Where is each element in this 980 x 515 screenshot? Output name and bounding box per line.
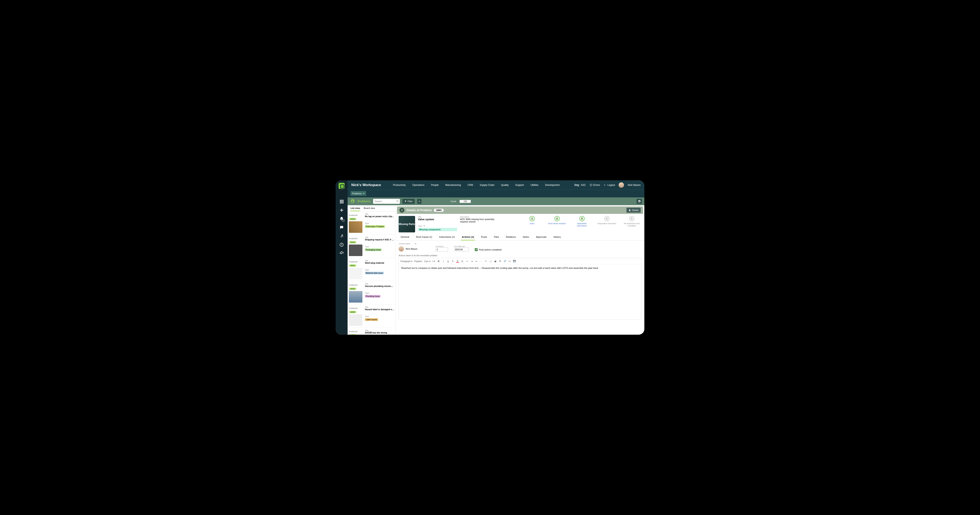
list-item[interactable]: ProblemID 16914TitleNo tag on power entr…	[348, 211, 396, 234]
underline-icon[interactable]: U	[447, 260, 449, 263]
code-icon[interactable]: <>	[508, 260, 511, 263]
problem-id-badge: 16914	[349, 218, 356, 220]
list-item-title: Steel plug material	[365, 261, 394, 264]
back-button[interactable]	[399, 208, 404, 213]
act-hours-input[interactable]	[436, 247, 448, 252]
thumbnail	[349, 314, 363, 326]
delete-button[interactable]: Delete	[627, 208, 641, 213]
filter-button[interactable]: Filter	[402, 199, 415, 204]
nav-supply-chain[interactable]: Supply Chain	[480, 183, 494, 187]
logout-link[interactable]: Logout	[604, 183, 615, 187]
nav-manufacturing[interactable]: Manufacturing	[445, 183, 461, 187]
bell-icon[interactable]: 2	[339, 217, 344, 221]
list-item-title: Hazard label is damaged on door	[365, 308, 394, 311]
workflow-step[interactable]: 3Disposition instructions	[572, 216, 592, 233]
problem-card-image: Missing Parts	[399, 216, 415, 233]
detail-tab-files[interactable]: Files	[493, 234, 500, 241]
detail-tab-root-cause-[interactable]: Root Cause (1)	[415, 234, 433, 241]
nav-productivity[interactable]: Productivity	[393, 183, 406, 187]
plus-icon[interactable]	[339, 208, 344, 212]
workflow-step[interactable]: 5Re-inspection and Complete	[622, 216, 641, 233]
close-tab-icon[interactable]: ×	[363, 192, 364, 195]
bullet-list-icon[interactable]: ☰	[461, 260, 464, 263]
detail-tab-posts[interactable]: Posts	[480, 234, 488, 241]
errors-link[interactable]: Errors	[590, 183, 600, 187]
detail-tab-actions-[interactable]: Actions (1)	[461, 234, 475, 241]
list-item[interactable]: ProblemID 16913TitleShipping request # A…	[348, 234, 396, 258]
detail-tab-history[interactable]: History	[553, 234, 562, 241]
detail-tab-general[interactable]: General	[400, 234, 410, 241]
list-item-type: Plumbing Issue	[365, 295, 380, 298]
thumbnail	[349, 291, 363, 303]
indent-icon[interactable]: ⇥	[470, 260, 473, 263]
cloud-upload-icon[interactable]	[339, 251, 344, 256]
list-item-title: No tag on power entry clips for fan	[365, 215, 394, 218]
app-logo[interactable]	[339, 183, 345, 189]
list-item[interactable]: ProblemID 16911TitleSteel plug materialT…	[348, 258, 396, 281]
embed-icon[interactable]: ⧉	[499, 260, 501, 263]
edit-type-icon[interactable]: ✎	[423, 225, 425, 227]
clock-icon[interactable]	[339, 242, 344, 247]
settings-button[interactable]	[636, 199, 642, 204]
workflow-step[interactable]: 4Disposition execution	[597, 216, 617, 233]
rte-size-select[interactable]: 11px ▾	[424, 260, 431, 262]
more-icon[interactable]: ⋯	[480, 260, 483, 263]
undo-icon[interactable]: ↶	[484, 260, 487, 263]
rte-font-select[interactable]: Poppins	[414, 260, 422, 262]
workflow-step[interactable]: 2Root cause analysis	[547, 216, 567, 233]
edit-author-icon[interactable]: ✎	[415, 243, 417, 246]
search-input-wrap	[373, 199, 400, 204]
video-icon[interactable]: ▣	[494, 260, 497, 263]
chat-icon[interactable]	[339, 225, 344, 230]
save-icon[interactable]: 💾	[513, 260, 516, 263]
svg-rect-7	[341, 202, 342, 204]
list-item-title: SA53B has the wrong	[365, 332, 394, 334]
rte-lineheight-select[interactable]: 1 ▾	[433, 260, 436, 262]
align-left-icon[interactable]: ≡	[466, 260, 468, 263]
tab-list-view[interactable]: List view	[350, 207, 360, 211]
highlight-icon[interactable]: ✎	[451, 260, 454, 263]
text-color-icon[interactable]: A	[456, 260, 459, 263]
detail-tab-relations[interactable]: Relations	[505, 234, 517, 241]
count-label: Count	[451, 200, 456, 202]
list-item[interactable]: ProblemID 16909TitleHazard label is dama…	[348, 305, 396, 328]
detail-title: Details of Problem	[406, 209, 432, 212]
svg-rect-6	[340, 202, 341, 204]
nav-development[interactable]: Development	[545, 183, 560, 187]
detail-tabs: GeneralRoot Cause (1)Instructions (1)Act…	[396, 234, 644, 241]
svg-rect-4	[341, 201, 342, 202]
nav-crm[interactable]: CRM	[468, 183, 473, 187]
user-avatar[interactable]	[619, 182, 624, 188]
user-name: Nick Mason	[628, 183, 641, 187]
rte-paragraph-select[interactable]: Paragraph ▾	[401, 260, 412, 262]
final-actions-checkbox[interactable]	[475, 248, 478, 251]
italic-icon[interactable]: I	[442, 260, 445, 263]
nav-quality[interactable]: Quality	[501, 183, 509, 187]
bold-icon[interactable]: B	[437, 260, 440, 263]
detail-tab-approvals[interactable]: Approvals	[535, 234, 547, 241]
outdent-icon[interactable]: ⇤	[475, 260, 478, 263]
list-item-type: Packaging Issue	[365, 249, 382, 251]
nav-support[interactable]: Support	[515, 183, 524, 187]
nav-utilities[interactable]: Utilities	[531, 183, 539, 187]
link-icon[interactable]: 🔗	[503, 260, 506, 263]
rte-content[interactable]: Reached out to company to obtain part an…	[399, 264, 641, 319]
open-tab-problems[interactable]: Problems ×	[350, 191, 366, 196]
tab-board-view[interactable]: Board view	[364, 207, 375, 211]
detail-tab-notes[interactable]: Notes	[522, 234, 530, 241]
image-icon[interactable]: ▢	[489, 260, 492, 263]
list-item[interactable]: ProblemID 16910TitleVacuum plumbing miss…	[348, 281, 396, 305]
nav-operations[interactable]: Operations	[412, 183, 425, 187]
notification-badge: 2	[342, 219, 345, 222]
svg-rect-3	[340, 201, 341, 202]
detail-tab-instructions-[interactable]: Instructions (1)	[438, 234, 456, 241]
list-item[interactable]: ProblemID 16908TitleSA53B has the wrongT…	[348, 328, 396, 335]
actions-author: Nick Mason	[406, 248, 417, 250]
workflow-step[interactable]: 1Entry	[522, 216, 542, 233]
nav-people[interactable]: People	[431, 183, 439, 187]
act-cost-input[interactable]	[454, 247, 469, 252]
add-button[interactable]: +	[417, 199, 421, 204]
running-icon[interactable]	[339, 234, 344, 238]
org-label: Org: ASC	[574, 183, 586, 187]
apps-icon[interactable]	[339, 199, 344, 204]
